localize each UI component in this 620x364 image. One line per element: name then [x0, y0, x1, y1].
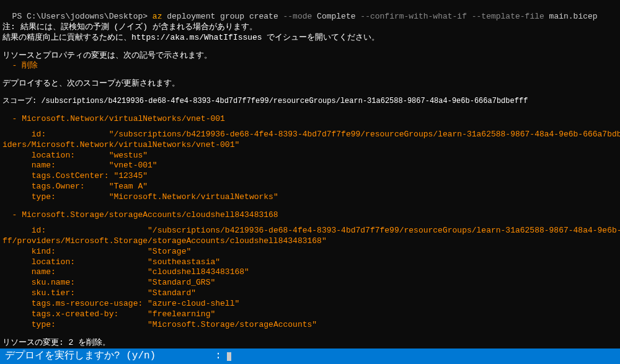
prop-line: sku.name: "Standard_GRS"	[2, 278, 618, 288]
cursor-icon	[227, 352, 231, 361]
scope-path: スコープ: /subscriptions/b4219936-de68-4fe4-…	[2, 97, 618, 107]
prop-line: tags.x-created-by: "freelearning"	[2, 309, 618, 320]
resource-block-0: id: "/subscriptions/b4219936-de68-4fe4-8…	[2, 130, 618, 203]
prop-line: location: "westus"	[2, 151, 618, 161]
flag-confirm: --confirm-with-what-if	[360, 12, 471, 21]
prop-line: id: "/subscriptions/b4219936-de68-4fe4-8…	[2, 130, 618, 140]
notice-line-1: 注: 結果には、誤検知の予測 (ノイズ) が含まれる場合があります。	[2, 22, 618, 33]
prop-line: name: "cloudshell843483168"	[2, 267, 618, 278]
confirm-bar[interactable]: デプロイを実行しますか? (y/n) :	[0, 347, 620, 364]
ps-path: PS C:\Users\jodowns\Desktop>	[12, 12, 153, 21]
prop-line: sku.tier: "Standard"	[2, 288, 618, 299]
confirm-gap: :	[156, 350, 227, 363]
val-complete: Complete	[317, 12, 360, 21]
flag-template: --template-file	[472, 12, 549, 21]
prop-line: name: "vnet-001"	[2, 161, 618, 171]
summary-line: リソースの変更: 2 を削除。	[2, 338, 618, 348]
scope-heading: デプロイすると、次のスコープが更新されます。	[2, 79, 618, 89]
prop-line: type: "Microsoft.Network/virtualNetworks…	[2, 192, 618, 203]
legend-delete: - 削除	[2, 61, 618, 71]
prop-line: kind: "Storage"	[2, 247, 618, 257]
prop-line: location: "southeastasia"	[2, 257, 618, 268]
prop-line: type: "Microsoft.Storage/storageAccounts…	[2, 320, 618, 331]
resource-block-1: id: "/subscriptions/b4219936-de68-4fe4-8…	[2, 226, 618, 331]
prop-line: id: "/subscriptions/b4219936-de68-4fe4-8…	[2, 226, 618, 236]
cmd-deploy: deployment group create	[167, 12, 283, 21]
prop-line: ff/providers/Microsoft.Storage/storageAc…	[2, 236, 618, 247]
prop-line: tags.ms-resource-usage: "azure-cloud-she…	[2, 299, 618, 309]
command-prompt: PS C:\Users\jodowns\Desktop> az deployme…	[2, 1, 618, 22]
prop-line: tags.Owner: "Team A"	[2, 182, 618, 192]
notice-line-2: 結果の精度向上に貢献するために、https://aka.ms/WhatIfIss…	[2, 33, 618, 43]
val-file: main.bicep	[549, 12, 598, 21]
prop-line: iders/Microsoft.Network/virtualNetworks/…	[2, 140, 618, 151]
resource-header-0: - Microsoft.Network/virtualNetworks/vnet…	[2, 114, 618, 125]
resource-header-1: - Microsoft.Storage/storageAccounts/clou…	[2, 210, 618, 221]
prop-line: tags.CostCenter: "12345"	[2, 171, 618, 182]
legend-heading: リソースとプロパティの変更は、次の記号で示されます。	[2, 51, 618, 61]
confirm-question: デプロイを実行しますか? (y/n)	[5, 350, 156, 363]
flag-mode: --mode	[283, 12, 317, 21]
cmd-az: az	[153, 12, 167, 21]
